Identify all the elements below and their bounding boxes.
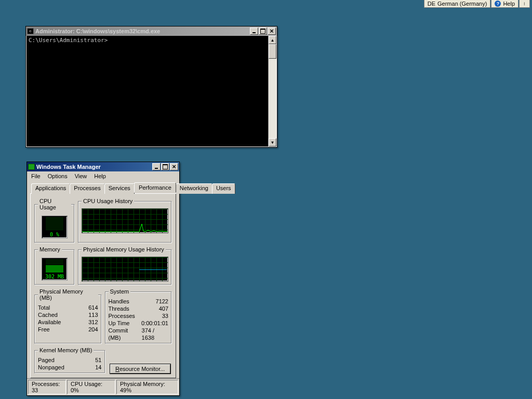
status-cpu: CPU Usage: 0% — [67, 380, 115, 394]
pm-total-label: Total — [38, 304, 50, 311]
pm-avail-val: 312 — [88, 318, 98, 326]
tm-icon — [28, 164, 35, 170]
tm-tabs: Applications Processes Services Performa… — [30, 183, 176, 194]
tab-users[interactable]: Users — [212, 183, 235, 194]
close-button[interactable] — [268, 28, 276, 35]
cpu-usage-meter: 0 % — [42, 216, 68, 238]
close-button[interactable] — [170, 163, 178, 170]
cmd-icon — [27, 28, 34, 34]
kernel-mem-title: Kernel Memory (MB) — [38, 347, 94, 353]
lang-code: DE — [428, 1, 435, 7]
menu-file[interactable]: File — [28, 172, 44, 180]
sys-procs-val: 33 — [162, 312, 168, 320]
sys-handles-label: Handles — [109, 298, 129, 305]
cpu-usage-label: CPU Usage — [38, 198, 71, 210]
phys-mem-group: Physical Memory (MB) Total614 Cached113 … — [34, 288, 102, 344]
scroll-down-icon[interactable]: ▼ — [269, 138, 276, 147]
kernel-mem-group: Kernel Memory (MB) Paged51 Nonpaged14 — [34, 347, 105, 374]
sys-uptime-val: 0:00:01:01 — [141, 320, 168, 327]
pm-free-label: Free — [38, 326, 50, 333]
pm-cached-val: 113 — [88, 311, 98, 318]
scroll-track[interactable] — [269, 59, 276, 138]
pm-cached-label: Cached — [38, 311, 58, 318]
resource-monitor-button[interactable]: Resource Monitor... — [110, 364, 170, 374]
help-button[interactable]: ? Help — [491, 0, 518, 8]
sys-handles-val: 7122 — [156, 298, 168, 305]
cpu-usage-group: CPU Usage 0 % — [34, 198, 75, 243]
cmd-title: Administrator: C:\windows\system32\cmd.e… — [35, 28, 160, 34]
menu-help[interactable]: Help — [91, 172, 109, 180]
status-processes: Processes: 33 — [28, 380, 66, 394]
system-title: System — [109, 288, 131, 295]
memory-group: Memory 302 MB — [34, 246, 75, 285]
minimize-button[interactable] — [250, 28, 258, 35]
tab-performance[interactable]: Performance — [134, 182, 176, 193]
topbar-menu-toggle[interactable]: ⁞ — [519, 0, 530, 8]
scroll-up-icon[interactable]: ▲ — [269, 36, 276, 44]
tm-statusbar: Processes: 33 CPU Usage: 0% Physical Mem… — [27, 378, 179, 395]
sys-commit-label: Commit (MB) — [109, 327, 142, 341]
chevron-down-icon: ⁞ — [523, 2, 526, 6]
km-paged-label: Paged — [38, 356, 55, 364]
language-indicator[interactable]: DE German (Germany) — [424, 0, 491, 8]
memory-value: 302 MB — [45, 274, 64, 280]
help-icon: ? — [495, 1, 501, 7]
pm-avail-label: Available — [38, 318, 61, 326]
cmd-scrollbar[interactable]: ▲ ▼ — [268, 36, 276, 147]
sys-commit-val: 374 / 1638 — [142, 327, 168, 341]
help-label: Help — [503, 1, 515, 7]
performance-page: CPU Usage 0 % CPU Usage History — [30, 193, 176, 378]
memory-meter: 302 MB — [42, 258, 68, 281]
lang-label: German (Germany) — [437, 1, 487, 7]
tm-titlebar[interactable]: Windows Task Manager — [27, 162, 179, 171]
task-manager-window: Windows Task Manager File Options View H… — [26, 162, 180, 396]
cmd-output[interactable]: C:\Users\Administrator> — [26, 36, 268, 147]
phys-mem-title: Physical Memory (MB) — [38, 288, 98, 301]
scroll-thumb[interactable] — [269, 44, 276, 59]
mem-history-group: Physical Memory Usage History — [78, 246, 172, 285]
tab-processes[interactable]: Processes — [70, 183, 104, 194]
cpu-history-label: CPU Usage History — [82, 198, 134, 204]
km-nonpaged-val: 14 — [95, 364, 101, 371]
tab-networking[interactable]: Networking — [176, 183, 212, 194]
sys-threads-val: 407 — [159, 305, 168, 312]
tab-services[interactable]: Services — [104, 183, 135, 194]
mem-history-label: Physical Memory Usage History — [82, 246, 166, 252]
cpu-usage-value: 0 % — [50, 232, 59, 237]
sys-uptime-label: Up Time — [109, 320, 130, 327]
cmd-body: C:\Users\Administrator> ▲ ▼ — [26, 36, 277, 147]
km-paged-val: 51 — [95, 356, 101, 364]
tab-applications[interactable]: Applications — [31, 183, 70, 194]
menu-options[interactable]: Options — [45, 172, 71, 180]
tm-menubar: File Options View Help — [27, 171, 179, 181]
cmd-titlebar[interactable]: Administrator: C:\windows\system32\cmd.e… — [26, 26, 277, 36]
cpu-history-graph — [82, 208, 168, 233]
maximize-button[interactable] — [161, 163, 169, 170]
maximize-button[interactable] — [259, 28, 267, 35]
cpu-history-group: CPU Usage History — [78, 198, 172, 243]
desktop-topbar: DE German (Germany) ? Help ⁞ — [424, 0, 530, 8]
pm-total-val: 614 — [88, 304, 98, 311]
menu-view[interactable]: View — [72, 172, 90, 180]
pm-free-val: 204 — [88, 326, 98, 333]
tm-title: Windows Task Manager — [36, 164, 101, 170]
km-nonpaged-label: Nonpaged — [38, 364, 64, 371]
memory-label: Memory — [38, 246, 62, 252]
minimize-button[interactable] — [152, 163, 161, 170]
sys-procs-label: Processes — [109, 312, 135, 320]
sys-threads-label: Threads — [109, 305, 129, 312]
status-mem: Physical Memory: 49% — [116, 380, 178, 394]
cmd-window: Administrator: C:\windows\system32\cmd.e… — [25, 26, 277, 148]
mem-history-graph — [82, 257, 168, 282]
system-group: System Handles7122 Threads407 Processes3… — [105, 288, 172, 344]
